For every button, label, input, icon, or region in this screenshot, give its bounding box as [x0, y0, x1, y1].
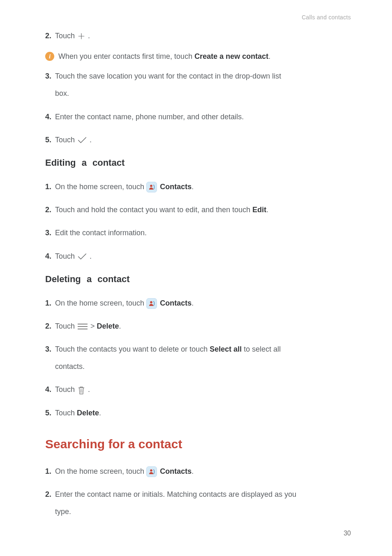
step-number: 5. — [45, 406, 55, 420]
svg-point-0 — [150, 185, 152, 187]
step-number: 2. — [45, 487, 55, 501]
section-heading-deleting: Deleting a contact — [45, 274, 351, 285]
list-item: 1. On the home screen, touch Contacts. — [45, 296, 351, 310]
list-item: 2. Enter the contact name or initials. M… — [45, 487, 351, 501]
step-body: Touch and hold the contact you want to e… — [55, 203, 351, 217]
list-item: 1. On the home screen, touch Contacts. — [45, 180, 351, 194]
step-body: Touch . — [55, 382, 351, 396]
list-item: 4. Touch . — [45, 249, 351, 263]
info-icon: i — [45, 52, 54, 61]
trash-icon — [78, 386, 85, 395]
list-item: 2. Touch . — [45, 29, 351, 43]
step-number: 1. — [45, 180, 55, 194]
step-body: Touch . — [55, 133, 351, 147]
page-number: 30 — [344, 530, 351, 537]
step-number: 3. — [45, 226, 55, 240]
step-number: 2. — [45, 29, 55, 43]
step-body: Touch > Delete. — [55, 319, 351, 333]
step-number: 1. — [45, 464, 55, 478]
step-body: Enter the contact name or initials. Matc… — [55, 487, 351, 501]
step-body: On the home screen, touch Contacts. — [55, 180, 351, 194]
list-item: 1. On the home screen, touch Contacts. — [45, 464, 351, 478]
plus-icon — [78, 32, 85, 40]
contacts-app-icon — [146, 182, 157, 192]
contacts-app-icon — [146, 466, 157, 477]
step-body: On the home screen, touch Contacts. — [55, 296, 351, 310]
step-number: 3. — [45, 342, 55, 356]
list-item: 5. Touch Delete. — [45, 406, 351, 420]
step-continuation: box. — [45, 86, 351, 100]
page-header: Calls and contacts — [45, 14, 351, 21]
step-number: 1. — [45, 296, 55, 310]
step-number: 3. — [45, 69, 55, 83]
step-body: Touch Delete. — [55, 406, 351, 420]
step-number: 2. — [45, 203, 55, 217]
svg-point-1 — [150, 301, 152, 303]
step-body: Touch . — [55, 249, 351, 263]
section-heading-searching: Searching for a contact — [45, 437, 351, 451]
step-number: 2. — [45, 319, 55, 333]
check-icon — [78, 253, 87, 260]
section-heading-editing: Editing a contact — [45, 158, 351, 168]
list-item: 4. Touch . — [45, 382, 351, 396]
list-item: 3. Touch the save location you want for … — [45, 69, 351, 83]
step-body: Enter the contact name, phone number, an… — [55, 110, 351, 124]
info-text: When you enter contacts first time, touc… — [58, 52, 270, 61]
list-item: 3. Touch the contacts you want to delete… — [45, 342, 351, 356]
menu-icon — [78, 323, 88, 330]
list-item: 5. Touch . — [45, 133, 351, 147]
step-continuation: type. — [45, 505, 351, 519]
step-body: Touch . — [55, 29, 351, 43]
step-continuation: contacts. — [45, 359, 351, 373]
step-body: Touch the contacts you want to delete or… — [55, 342, 351, 356]
contacts-app-icon — [146, 298, 157, 309]
step-body: On the home screen, touch Contacts. — [55, 464, 351, 478]
step-number: 4. — [45, 110, 55, 124]
breadcrumb: Calls and contacts — [302, 14, 351, 21]
check-icon — [78, 137, 87, 144]
step-body: Edit the contact information. — [55, 226, 351, 240]
step-number: 5. — [45, 133, 55, 147]
list-item: 4. Enter the contact name, phone number,… — [45, 110, 351, 124]
list-item: 2. Touch > Delete. — [45, 319, 351, 333]
svg-point-7 — [150, 469, 152, 472]
info-callout: i When you enter contacts first time, to… — [45, 52, 351, 61]
list-item: 3. Edit the contact information. — [45, 226, 351, 240]
step-number: 4. — [45, 382, 55, 396]
step-body: Touch the save location you want for the… — [55, 69, 351, 83]
list-item: 2. Touch and hold the contact you want t… — [45, 203, 351, 217]
step-number: 4. — [45, 249, 55, 263]
